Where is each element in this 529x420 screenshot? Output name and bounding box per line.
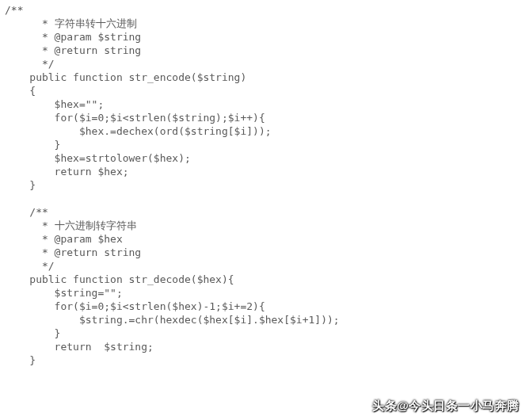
watermark-text: 头条@今头日条一小马奔腾 (372, 399, 519, 414)
code-block: /** * 字符串转十六进制 * @param $string * @retur… (0, 0, 529, 367)
